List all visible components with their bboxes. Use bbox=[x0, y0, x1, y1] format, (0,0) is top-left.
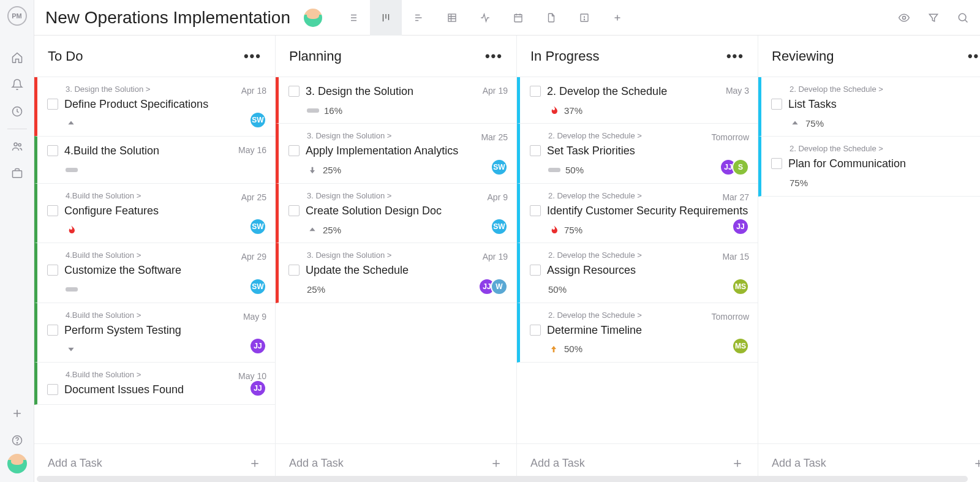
nav-add-icon[interactable] bbox=[0, 400, 34, 427]
task-assignees: SW bbox=[491, 218, 508, 235]
nav-team-icon[interactable] bbox=[0, 133, 34, 160]
horizontal-scrollbar[interactable] bbox=[37, 476, 968, 482]
column-cards[interactable]: 2. Develop the Schedule >List Tasks75%2.… bbox=[758, 77, 980, 443]
task-title: Define Product Specifications bbox=[64, 97, 266, 111]
assignee-avatar[interactable]: S bbox=[732, 159, 749, 176]
task-progress: 25% bbox=[307, 284, 325, 295]
view-list-icon[interactable] bbox=[337, 0, 369, 36]
card-breadcrumb[interactable]: 2. Develop the Schedule > bbox=[790, 144, 980, 153]
nav-projects-icon[interactable] bbox=[0, 160, 34, 187]
app-logo[interactable]: PM bbox=[7, 6, 27, 26]
assignee-avatar[interactable]: MS bbox=[732, 337, 749, 355]
card-breadcrumb[interactable]: 3. Design the Solution > bbox=[307, 250, 508, 260]
view-activity-icon[interactable] bbox=[469, 0, 501, 36]
task-card[interactable]: 3. Design the Solution >Apply Implementa… bbox=[276, 123, 516, 183]
card-breadcrumb[interactable]: 3. Design the Solution > bbox=[307, 191, 508, 200]
assignee-avatar[interactable]: MS bbox=[732, 278, 749, 295]
card-breadcrumb[interactable]: 3. Design the Solution > bbox=[66, 85, 266, 94]
card-breadcrumb[interactable]: 4.Build the Solution > bbox=[66, 250, 266, 260]
card-breadcrumb[interactable]: 4.Build the Solution > bbox=[66, 311, 266, 320]
task-checkbox[interactable] bbox=[47, 145, 58, 156]
task-card[interactable]: 4.Build the Solution >Configure Features… bbox=[34, 183, 275, 243]
task-checkbox[interactable] bbox=[530, 86, 541, 97]
task-checkbox[interactable] bbox=[771, 99, 782, 110]
card-breadcrumb[interactable]: 4.Build the Solution > bbox=[66, 191, 266, 200]
assignee-avatar[interactable]: SW bbox=[249, 111, 266, 129]
view-add-icon[interactable] bbox=[601, 0, 633, 36]
nav-help-icon[interactable] bbox=[0, 427, 34, 454]
task-card[interactable]: 2. Develop the Schedule >Identify Custom… bbox=[517, 183, 758, 243]
task-checkbox[interactable] bbox=[288, 205, 300, 216]
column-menu-icon[interactable]: ••• bbox=[968, 48, 980, 64]
column-cards[interactable]: 3. Design the Solution >Define Product S… bbox=[34, 77, 275, 443]
task-due-date: Mar 27 bbox=[722, 192, 749, 202]
assignee-avatar[interactable]: JJ bbox=[249, 380, 266, 397]
assignee-avatar[interactable]: SW bbox=[249, 218, 266, 235]
task-due-date: Mar 15 bbox=[722, 252, 749, 262]
task-checkbox[interactable] bbox=[771, 158, 782, 169]
board[interactable]: To Do•••3. Design the Solution >Define P… bbox=[34, 36, 980, 482]
task-checkbox[interactable] bbox=[530, 325, 541, 336]
column-cards[interactable]: 3. Design the SolutionApr 1916%3. Design… bbox=[276, 77, 516, 443]
task-card[interactable]: 4.Build the Solution >Document Issues Fo… bbox=[34, 362, 275, 405]
card-breadcrumb[interactable]: 3. Design the Solution > bbox=[307, 131, 508, 140]
column-menu-icon[interactable]: ••• bbox=[726, 48, 744, 64]
task-checkbox[interactable] bbox=[530, 265, 541, 276]
task-card[interactable]: 3. Design the Solution >Define Product S… bbox=[34, 77, 275, 137]
task-card[interactable]: 3. Design the Solution >Update the Sched… bbox=[276, 243, 516, 303]
assignee-avatar[interactable]: SW bbox=[249, 278, 266, 295]
task-checkbox[interactable] bbox=[288, 145, 300, 156]
task-card[interactable]: 4.Build the Solution >Customize the Soft… bbox=[34, 243, 275, 303]
card-breadcrumb[interactable]: 2. Develop the Schedule > bbox=[548, 191, 749, 200]
column-cards[interactable]: 2. Develop the ScheduleMay 337%2. Develo… bbox=[517, 77, 758, 443]
column-header: To Do••• bbox=[34, 36, 275, 77]
task-progress: 37% bbox=[564, 105, 582, 116]
card-breadcrumb[interactable]: 2. Develop the Schedule > bbox=[548, 250, 749, 260]
user-avatar[interactable] bbox=[7, 454, 27, 473]
view-sheet-icon[interactable] bbox=[436, 0, 468, 36]
view-files-icon[interactable] bbox=[535, 0, 567, 36]
task-checkbox[interactable] bbox=[530, 205, 541, 216]
task-card[interactable]: 2. Develop the Schedule >Determine Timel… bbox=[517, 303, 758, 363]
column-menu-icon[interactable]: ••• bbox=[244, 48, 262, 64]
task-card[interactable]: 2. Develop the Schedule >List Tasks75% bbox=[758, 77, 980, 137]
card-meta: 25% bbox=[307, 165, 508, 176]
task-checkbox[interactable] bbox=[288, 86, 300, 97]
task-card[interactable]: 3. Design the SolutionApr 1916% bbox=[276, 77, 516, 124]
task-checkbox[interactable] bbox=[47, 265, 58, 276]
assignee-avatar[interactable]: JJ bbox=[249, 337, 266, 355]
task-card[interactable]: 2. Develop the Schedule >Set Task Priori… bbox=[517, 123, 758, 183]
nav-notifications-icon[interactable] bbox=[0, 71, 34, 98]
task-card[interactable]: 4.Build the SolutionMay 16 bbox=[34, 136, 275, 183]
view-calendar-icon[interactable] bbox=[502, 0, 534, 36]
view-board-icon[interactable] bbox=[370, 0, 402, 36]
task-card[interactable]: 2. Develop the Schedule >Assign Resource… bbox=[517, 243, 758, 303]
task-checkbox[interactable] bbox=[47, 325, 58, 336]
task-checkbox[interactable] bbox=[47, 205, 58, 216]
assignee-avatar[interactable]: W bbox=[491, 278, 508, 295]
nav-recent-icon[interactable] bbox=[0, 98, 34, 125]
task-checkbox[interactable] bbox=[288, 265, 300, 276]
filter-icon[interactable] bbox=[927, 12, 940, 24]
view-gantt-icon[interactable] bbox=[403, 0, 435, 36]
priority-fire-icon bbox=[66, 224, 77, 235]
task-card[interactable]: 2. Develop the Schedule >Plan for Commun… bbox=[758, 136, 980, 196]
watch-icon[interactable] bbox=[898, 12, 910, 24]
search-icon[interactable] bbox=[957, 12, 969, 24]
task-card[interactable]: 2. Develop the ScheduleMay 337% bbox=[517, 77, 758, 124]
column-menu-icon[interactable]: ••• bbox=[485, 48, 503, 64]
task-checkbox[interactable] bbox=[530, 145, 541, 156]
svg-point-2 bbox=[18, 143, 21, 146]
card-breadcrumb[interactable]: 2. Develop the Schedule > bbox=[790, 85, 980, 94]
assignee-avatar[interactable]: SW bbox=[491, 218, 508, 235]
card-breadcrumb[interactable]: 4.Build the Solution > bbox=[66, 370, 266, 379]
task-card[interactable]: 3. Design the Solution >Create Solution … bbox=[276, 183, 516, 243]
assignee-avatar[interactable]: JJ bbox=[732, 218, 749, 235]
project-owner-avatar[interactable] bbox=[304, 9, 322, 27]
task-checkbox[interactable] bbox=[47, 99, 58, 110]
assignee-avatar[interactable]: SW bbox=[491, 159, 508, 176]
task-card[interactable]: 4.Build the Solution >Perform System Tes… bbox=[34, 303, 275, 363]
task-checkbox[interactable] bbox=[47, 384, 58, 395]
nav-home-icon[interactable] bbox=[0, 44, 34, 71]
view-risks-icon[interactable] bbox=[568, 0, 600, 36]
